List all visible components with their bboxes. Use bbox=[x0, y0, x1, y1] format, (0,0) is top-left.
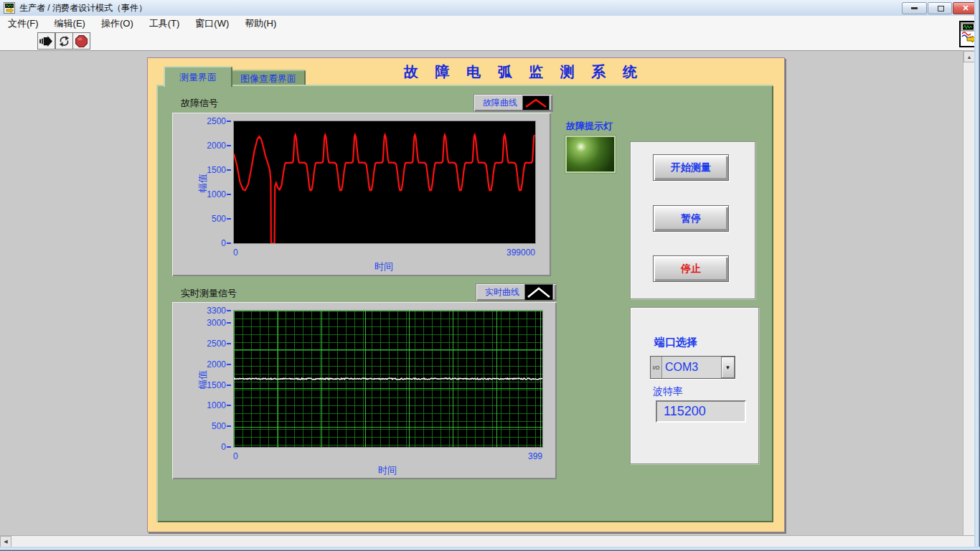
y-tick-mark bbox=[227, 218, 231, 220]
scroll-up-icon: ▲ bbox=[967, 55, 972, 60]
minimize-icon bbox=[911, 7, 918, 9]
fault-signal-label: 故障信号 bbox=[181, 97, 218, 110]
y-tick-label: 2500 bbox=[182, 116, 226, 126]
fault-legend[interactable]: 故障曲线 bbox=[473, 94, 553, 112]
y-tick-mark bbox=[227, 322, 231, 324]
stop-label: 停止 bbox=[681, 263, 701, 276]
io-icon: I/O bbox=[651, 357, 662, 378]
restore-icon bbox=[938, 6, 944, 11]
abort-button[interactable] bbox=[72, 32, 90, 50]
baud-value: 115200 bbox=[664, 404, 706, 419]
realtime-chart-y-label: 幅值 bbox=[197, 370, 209, 389]
tab-page-measure: 故障信号 故障曲线 25002000150010005000 0 399000 … bbox=[156, 85, 773, 522]
scroll-up-button[interactable]: ▲ bbox=[963, 51, 975, 62]
y-tick-mark bbox=[227, 310, 231, 311]
y-tick-mark bbox=[227, 343, 231, 344]
run-continuous-icon bbox=[58, 35, 70, 47]
scroll-left-icon: ◀ bbox=[4, 539, 7, 545]
y-tick-label: 1000 bbox=[182, 400, 226, 410]
tab-measure[interactable]: 测量界面 bbox=[164, 66, 232, 87]
window-border-bottom bbox=[0, 547, 980, 551]
y-tick-label: 500 bbox=[182, 421, 226, 431]
realtime-legend-label: 实时曲线 bbox=[485, 286, 519, 298]
y-tick-label: 3000 bbox=[182, 318, 226, 328]
minimize-button[interactable] bbox=[902, 2, 927, 14]
baud-value-field[interactable]: 115200 bbox=[656, 400, 746, 423]
y-tick-label: 2000 bbox=[182, 359, 226, 369]
realtime-chart: 3300300025002000150010005000 0 399 幅值 时间 bbox=[172, 302, 557, 479]
port-combo[interactable]: I/O COM3 ▼ bbox=[650, 356, 735, 379]
realtime-legend-line-icon bbox=[524, 284, 553, 301]
tab-measure-label: 测量界面 bbox=[179, 71, 217, 84]
chevron-down-icon: ▼ bbox=[725, 364, 731, 371]
y-tick-mark bbox=[227, 145, 231, 146]
restore-button[interactable] bbox=[928, 2, 952, 14]
realtime-chart-x-last: 399 bbox=[528, 451, 542, 461]
y-tick-mark bbox=[227, 194, 231, 195]
realtime-chart-x-first: 0 bbox=[233, 451, 238, 461]
baud-label: 波特率 bbox=[653, 385, 683, 398]
menu-item-edit[interactable]: 编辑(E) bbox=[47, 16, 93, 32]
fault-led bbox=[565, 136, 616, 173]
y-tick-label: 2500 bbox=[182, 339, 226, 349]
window-titlebar: 生产者 / 消费者设计模式（事件） ✕ bbox=[0, 0, 980, 17]
menu-item-file[interactable]: 文件(F) bbox=[0, 16, 47, 32]
y-tick-mark bbox=[227, 242, 231, 244]
port-select-label: 端口选择 bbox=[654, 336, 697, 349]
panel-title: 故 障 电 弧 监 测 系 统 bbox=[404, 62, 644, 82]
run-icon bbox=[39, 36, 53, 47]
y-tick-mark bbox=[227, 425, 231, 427]
realtime-chart-plot bbox=[233, 310, 543, 448]
y-tick-mark bbox=[227, 121, 231, 122]
y-tick-label: 0 bbox=[182, 238, 226, 248]
port-panel: 端口选择 I/O COM3 ▼ 波特率 115200 bbox=[630, 307, 759, 464]
pause-label: 暂停 bbox=[681, 212, 701, 225]
realtime-legend[interactable]: 实时曲线 bbox=[476, 283, 557, 301]
window-border-right bbox=[974, 0, 980, 551]
pause-button[interactable]: 暂停 bbox=[653, 205, 729, 232]
menubar: 文件(F) 编辑(E) 操作(O) 工具(T) 窗口(W) 帮助(H) bbox=[0, 16, 980, 32]
fault-legend-label: 故障曲线 bbox=[483, 97, 517, 109]
abort-icon bbox=[75, 35, 88, 47]
fault-chart-y-label: 幅值 bbox=[197, 174, 209, 192]
menu-item-tools[interactable]: 工具(T) bbox=[141, 16, 188, 32]
realtime-waveform bbox=[234, 378, 542, 380]
fault-chart-plot bbox=[233, 121, 536, 244]
tab-image-view-label: 图像查看界面 bbox=[240, 72, 296, 85]
port-value: COM3 bbox=[662, 357, 720, 378]
y-tick-mark bbox=[227, 385, 231, 386]
fault-chart-x-last: 399000 bbox=[507, 248, 535, 258]
y-tick-label: 3300 bbox=[182, 306, 226, 316]
y-tick-mark bbox=[227, 169, 231, 171]
combo-dropdown-button[interactable]: ▼ bbox=[721, 357, 735, 378]
fault-chart: 25002000150010005000 0 399000 幅值 时间 bbox=[172, 113, 551, 276]
realtime-chart-x-label: 时间 bbox=[378, 464, 397, 477]
fault-legend-line-icon bbox=[522, 95, 550, 110]
close-icon: ✕ bbox=[962, 4, 969, 12]
scroll-left-button[interactable]: ◀ bbox=[0, 536, 11, 547]
y-tick-label: 500 bbox=[182, 214, 226, 224]
y-tick-label: 0 bbox=[182, 442, 226, 452]
realtime-signal-label: 实时测量信号 bbox=[181, 287, 237, 300]
y-tick-mark bbox=[227, 405, 231, 406]
start-measure-button[interactable]: 开始测量 bbox=[653, 154, 729, 181]
window-title: 生产者 / 消费者设计模式（事件） bbox=[19, 2, 147, 14]
toolbar bbox=[0, 32, 980, 51]
realtime-chart-y-axis: 3300300025002000150010005000 bbox=[172, 302, 233, 479]
start-measure-label: 开始测量 bbox=[671, 161, 711, 174]
menu-item-help[interactable]: 帮助(H) bbox=[237, 16, 284, 32]
stop-button[interactable]: 停止 bbox=[653, 255, 729, 282]
fault-chart-x-first: 0 bbox=[233, 248, 238, 258]
fault-waveform bbox=[234, 135, 534, 243]
horizontal-scrollbar[interactable]: ◀ bbox=[0, 535, 974, 547]
run-button[interactable] bbox=[37, 32, 55, 50]
y-tick-mark bbox=[227, 446, 231, 448]
fault-chart-x-label: 时间 bbox=[374, 260, 393, 273]
run-continuous-button[interactable] bbox=[55, 32, 73, 50]
menu-item-operate[interactable]: 操作(O) bbox=[93, 16, 141, 32]
y-tick-label: 2000 bbox=[182, 141, 226, 151]
fault-chart-y-axis: 25002000150010005000 bbox=[172, 113, 233, 276]
menu-item-window[interactable]: 窗口(W) bbox=[187, 16, 237, 32]
control-panel: 开始测量 暂停 停止 bbox=[630, 141, 755, 299]
y-tick-mark bbox=[227, 364, 231, 365]
